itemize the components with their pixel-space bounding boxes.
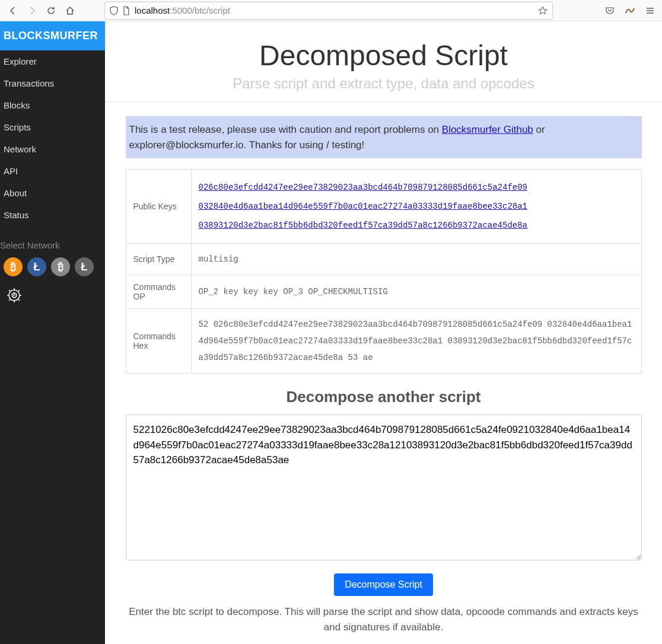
forward-button[interactable]: [24, 2, 40, 19]
value-commands-hex: 52 026c80e3efcdd4247ee29ee73829023aa3bcd…: [191, 309, 641, 374]
browser-right-icons: [603, 4, 657, 18]
network-coin-litecoin[interactable]: Ł: [27, 257, 46, 276]
reload-button[interactable]: [43, 2, 59, 19]
arrow-right-icon: [27, 6, 37, 15]
arrow-left-icon: [8, 6, 18, 15]
sidebar-item-status[interactable]: Status: [0, 204, 105, 226]
url-bar[interactable]: localhost:5000/btc/script: [104, 2, 553, 20]
decompose-button[interactable]: Decompose Script: [334, 573, 433, 596]
svg-text:₿: ₿: [12, 293, 15, 299]
value-script-type: multisig: [191, 244, 641, 275]
page-title: Decomposed Script: [126, 39, 642, 72]
page-subtitle: Parse script and extract type, data and …: [126, 75, 642, 92]
network-coin-litecoin-testnet[interactable]: Ł: [75, 257, 94, 276]
public-key-link[interactable]: 03893120d3e2bac81f5bb6dbd320feed1f57ca39…: [199, 217, 634, 234]
test-release-notice: This is a test release, please use with …: [126, 116, 642, 158]
public-key-link[interactable]: 026c80e3efcdd4247ee29ee73829023aa3bcd464…: [199, 179, 634, 196]
label-commands-op: Commands OP: [126, 275, 191, 309]
svg-line-8: [9, 299, 10, 301]
settings-gear-icon[interactable]: ₿: [0, 285, 105, 306]
sidebar-item-blocks[interactable]: Blocks: [0, 94, 105, 116]
divider: [105, 101, 662, 102]
main-content: Decomposed Script Parse script and extra…: [105, 21, 662, 644]
home-icon: [65, 6, 75, 15]
script-info-table: Public Keys 026c80e3efcdd4247ee29ee73829…: [126, 169, 642, 374]
home-button[interactable]: [62, 2, 78, 19]
value-commands-op: OP_2 key key key OP_3 OP_CHECKMULTISIG: [191, 275, 641, 309]
github-link[interactable]: Blocksmurfer Github: [442, 124, 533, 135]
sidebar-item-api[interactable]: API: [0, 160, 105, 182]
select-network-label: Select Network: [0, 226, 105, 257]
browser-toolbar: localhost:5000/btc/script: [0, 0, 662, 21]
svg-line-7: [18, 299, 20, 301]
sidebar: BLOCKSMURFER ExplorerTransactionsBlocksS…: [0, 21, 105, 644]
script-hex-input[interactable]: [126, 415, 642, 560]
pocket-icon[interactable]: [603, 4, 617, 18]
sidebar-item-explorer[interactable]: Explorer: [0, 50, 105, 72]
network-coin-bitcoin[interactable]: ₿: [4, 257, 23, 276]
document-icon: [123, 6, 130, 15]
network-coin-bitcoin-testnet[interactable]: ₿: [51, 257, 70, 276]
svg-line-6: [9, 290, 10, 291]
value-public-keys: 026c80e3efcdd4247ee29ee73829023aa3bcd464…: [191, 170, 641, 244]
public-key-link[interactable]: 032840e4d6aa1bea14d964e559f7b0ac01eac272…: [199, 198, 634, 215]
reload-icon: [46, 6, 56, 15]
sidebar-item-scripts[interactable]: Scripts: [0, 116, 105, 138]
sidebar-item-transactions[interactable]: Transactions: [0, 72, 105, 94]
url-text: localhost:5000/btc/script: [135, 5, 533, 15]
extension-icon[interactable]: [623, 4, 637, 18]
shield-icon[interactable]: [110, 6, 118, 15]
network-coin-row: ₿Ł₿Ł: [0, 257, 105, 285]
svg-line-9: [18, 290, 20, 291]
decompose-heading: Decompose another script: [126, 388, 642, 406]
menu-icon[interactable]: [643, 4, 657, 18]
sidebar-item-network[interactable]: Network: [0, 138, 105, 160]
label-public-keys: Public Keys: [126, 170, 191, 244]
sidebar-item-about[interactable]: About: [0, 182, 105, 204]
label-script-type: Script Type: [126, 244, 191, 275]
bookmark-star-icon[interactable]: [538, 6, 548, 15]
brand-logo[interactable]: BLOCKSMURFER: [0, 21, 105, 50]
help-text: Enter the btc script to decompose. This …: [126, 604, 642, 635]
back-button[interactable]: [5, 2, 21, 19]
label-commands-hex: Commands Hex: [126, 309, 191, 374]
